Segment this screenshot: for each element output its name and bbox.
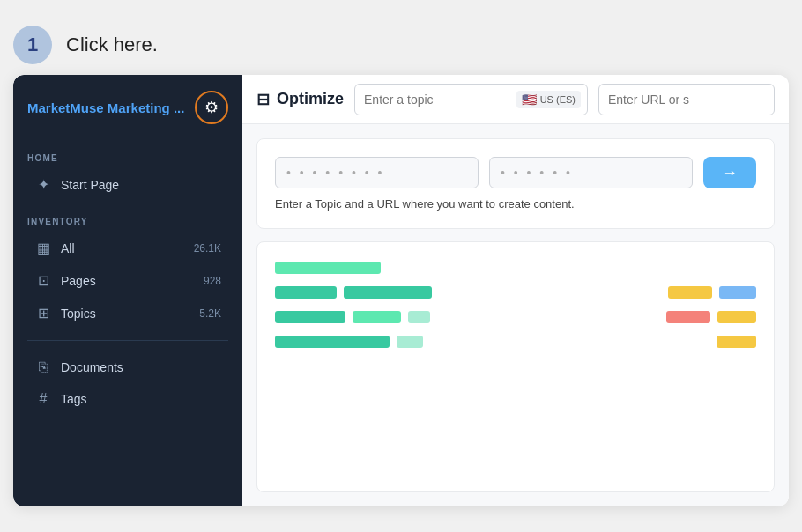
- sidebar-item-tags[interactable]: # Tags: [20, 384, 235, 414]
- url-dots: • • • • • •: [501, 166, 573, 180]
- sidebar-item-label: Pages: [61, 274, 96, 288]
- bar-3-4: [666, 311, 710, 323]
- gear-icon: ⚙: [204, 98, 219, 117]
- sidebar-item-label: Documents: [61, 360, 123, 374]
- panels-area: • • • • • • • • • • • • • • → Enter a To…: [242, 124, 789, 506]
- documents-icon: ⎘: [34, 359, 52, 375]
- topics-badge: 5.2K: [199, 307, 221, 320]
- url-dots-field[interactable]: • • • • • •: [489, 157, 693, 188]
- instruction-bar: 1 Click here.: [13, 26, 789, 64]
- bar-4-3: [717, 336, 756, 348]
- topics-icon: ⊞: [34, 305, 52, 321]
- url-input[interactable]: [598, 84, 775, 115]
- top-bar: ⊟ Optimize 🇺🇸 US (ES): [242, 75, 789, 124]
- bar-3-5: [717, 311, 756, 323]
- sidebar-item-topics[interactable]: ⊞ Topics 5.2K: [20, 298, 235, 329]
- chart-row-1: [275, 260, 756, 276]
- instruction-text: Click here.: [66, 33, 158, 56]
- sidebar-item-label: Tags: [61, 392, 87, 406]
- panel-inputs: • • • • • • • • • • • • • • → Enter a To…: [256, 138, 775, 229]
- home-section-label: HOME: [13, 137, 242, 168]
- locale-text: US (ES): [540, 94, 576, 105]
- bar-2-3: [668, 286, 712, 299]
- app-name: MarketMuse Marketing ...: [27, 100, 184, 115]
- chart-row-3: [275, 309, 756, 325]
- pages-icon: ⊡: [34, 272, 52, 289]
- optimize-icon: ⊟: [256, 90, 270, 109]
- panel-hint: Enter a Topic and a URL where you want t…: [275, 197, 756, 211]
- panel-chart: [256, 241, 775, 492]
- step-number: 1: [13, 26, 52, 64]
- topic-dots: • • • • • • • •: [286, 166, 384, 180]
- pages-badge: 928: [204, 275, 221, 287]
- start-page-icon: ✦: [34, 176, 52, 193]
- bar-4-2: [397, 336, 423, 348]
- bar-3-1: [275, 311, 345, 323]
- main-content: ⊟ Optimize 🇺🇸 US (ES) • • • • • • • •: [242, 75, 789, 506]
- main-card: MarketMuse Marketing ... ⚙ HOME ✦ Start …: [13, 75, 789, 506]
- optimize-label: ⊟ Optimize: [256, 90, 344, 109]
- bar-2-1: [275, 286, 337, 299]
- tags-icon: #: [34, 391, 52, 407]
- sidebar-item-pages[interactable]: ⊡ Pages 928: [20, 265, 235, 296]
- go-button[interactable]: →: [703, 157, 756, 188]
- all-icon: ▦: [34, 240, 52, 256]
- bar-1-1: [275, 262, 381, 274]
- sidebar-item-label: Start Page: [61, 178, 119, 192]
- sidebar-item-documents[interactable]: ⎘ Documents: [20, 352, 235, 382]
- go-arrow-icon: →: [722, 164, 738, 182]
- topic-input-wrap: 🇺🇸 US (ES): [354, 84, 588, 115]
- bar-2-4: [719, 286, 756, 299]
- bar-2-2: [344, 286, 432, 299]
- sidebar-item-label: Topics: [61, 307, 96, 321]
- sidebar-item-start-page[interactable]: ✦ Start Page: [20, 169, 235, 200]
- gear-button[interactable]: ⚙: [195, 91, 228, 124]
- sidebar-header: MarketMuse Marketing ... ⚙: [13, 75, 242, 137]
- chart-row-2: [275, 284, 756, 300]
- sidebar-item-all[interactable]: ▦ All 26.1K: [20, 233, 235, 263]
- bar-3-3: [408, 311, 430, 323]
- flag-icon: 🇺🇸: [522, 92, 537, 107]
- locale-badge: 🇺🇸 US (ES): [516, 91, 581, 108]
- topic-dots-field[interactable]: • • • • • • • •: [275, 157, 479, 188]
- chart-row-4: [275, 334, 756, 350]
- sidebar: MarketMuse Marketing ... ⚙ HOME ✦ Start …: [13, 75, 242, 506]
- sidebar-item-label: All: [61, 241, 75, 255]
- inventory-section-label: INVENTORY: [13, 201, 242, 232]
- bar-4-1: [275, 336, 390, 348]
- bar-3-2: [353, 311, 401, 323]
- all-badge: 26.1K: [194, 242, 221, 255]
